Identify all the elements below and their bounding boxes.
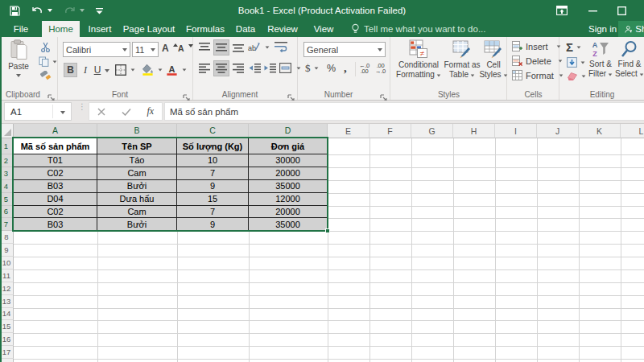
name-box-caret-icon[interactable] (60, 111, 65, 114)
borders-button[interactable] (115, 64, 135, 76)
autosum-button[interactable]: Σ (566, 40, 581, 54)
accounting-caret-icon[interactable] (314, 67, 318, 69)
top-align-button[interactable] (199, 43, 210, 52)
paste-button[interactable]: Paste (3, 39, 34, 77)
column-header-G[interactable]: G (411, 124, 453, 138)
wrap-text-button[interactable] (275, 41, 287, 52)
row-header-17[interactable]: 17 (0, 346, 14, 359)
delete-cells-button[interactable]: Delete (512, 56, 563, 66)
shrink-font-button[interactable]: A (178, 43, 193, 53)
cell-D5[interactable]: 12000 (249, 193, 328, 206)
cell-A4[interactable]: B03 (14, 180, 97, 193)
font-name-combo[interactable]: Calibri (63, 42, 130, 57)
cell-D4[interactable]: 35000 (249, 180, 328, 193)
find-select-button[interactable]: Find & Select (615, 40, 644, 78)
cell-A3[interactable]: C02 (14, 167, 97, 180)
tell-me-box[interactable]: Tell me what you want to do... (351, 21, 486, 37)
comma-style-button[interactable]: , (344, 61, 347, 75)
column-header-E[interactable]: E (328, 124, 369, 138)
cell-B4[interactable]: Bưởi (97, 180, 177, 193)
clipboard-dialog-launcher-icon[interactable] (47, 90, 55, 97)
font-dialog-launcher-icon[interactable] (183, 90, 190, 97)
enter-icon[interactable] (122, 108, 131, 116)
align-right-button[interactable] (233, 64, 244, 73)
merge-center-button[interactable] (279, 63, 301, 73)
cell-B5[interactable]: Dưa hấu (97, 193, 177, 206)
insert-cells-button[interactable]: Insert (512, 41, 561, 51)
bold-button[interactable]: B (64, 63, 77, 77)
font-color-caret-icon[interactable] (183, 68, 187, 71)
row-header-16[interactable]: 16 (0, 333, 14, 346)
cell-B1[interactable]: Tên SP (97, 138, 177, 154)
row-header-13[interactable]: 13 (0, 295, 14, 308)
cut-button[interactable] (40, 42, 51, 52)
column-header-F[interactable]: F (369, 124, 411, 138)
copy-button[interactable] (39, 56, 57, 67)
row-header-12[interactable]: 12 (0, 282, 14, 295)
format-painter-button[interactable] (40, 71, 52, 82)
formula-bar-resize-dots[interactable]: ⋮ (78, 105, 86, 117)
accounting-format-button[interactable]: $ (305, 62, 319, 75)
row-header-18[interactable]: 18 (0, 359, 14, 362)
tab-formulas[interactable]: Formulas (181, 21, 229, 37)
fill-color-button[interactable] (142, 64, 163, 76)
row-header-15[interactable]: 15 (0, 320, 14, 333)
cell-C7[interactable]: 9 (177, 218, 249, 231)
row-header-2[interactable]: 2 (0, 154, 14, 167)
tab-view[interactable]: View (307, 21, 341, 37)
cell-A1[interactable]: Mã số sản phẩm (14, 138, 97, 154)
insert-function-icon[interactable]: fx (147, 105, 154, 117)
sort-filter-button[interactable]: AZ Sort & Filter (586, 40, 615, 78)
column-header-H[interactable]: H (453, 124, 495, 138)
autosum-caret-icon[interactable] (577, 46, 581, 48)
ribbon-display-options-icon[interactable] (552, 0, 572, 21)
grow-font-button[interactable]: A (162, 43, 178, 54)
fill-color-caret-icon[interactable] (159, 68, 163, 71)
middle-align-button[interactable] (213, 39, 229, 56)
tab-page-layout[interactable]: Page Layout (120, 21, 178, 37)
cell-C6[interactable]: 7 (177, 206, 249, 219)
row-header-9[interactable]: 9 (0, 244, 14, 257)
copy-caret-icon[interactable] (53, 60, 57, 63)
cell-D1[interactable]: Đơn giá (249, 138, 328, 154)
number-format-combo[interactable]: General (303, 42, 386, 57)
formula-field[interactable]: Mã số sản phẩm (164, 102, 644, 121)
center-button[interactable] (213, 60, 229, 76)
column-header-K[interactable]: K (579, 124, 621, 138)
maximize-icon[interactable] (612, 0, 631, 21)
name-box[interactable]: A1 (4, 102, 72, 121)
cell-styles-button[interactable]: Cell Styles (481, 39, 506, 79)
row-header-4[interactable]: 4 (0, 180, 14, 193)
clear-button[interactable] (567, 72, 586, 81)
column-header-A[interactable]: A (14, 124, 97, 138)
cell-A7[interactable]: B03 (14, 218, 97, 231)
cell-B6[interactable]: Cam (97, 206, 177, 219)
cancel-icon[interactable] (97, 108, 105, 116)
percent-style-button[interactable]: % (327, 63, 336, 74)
format-cells-button[interactable]: Format (512, 70, 564, 80)
tab-review[interactable]: Review (263, 21, 302, 37)
increase-decimal-button[interactable]: ←.0 .00 (359, 63, 369, 74)
align-left-button[interactable] (199, 64, 210, 73)
underline-button[interactable]: U (92, 63, 103, 77)
tab-home[interactable]: Home (42, 21, 80, 37)
borders-caret-icon[interactable] (131, 68, 135, 71)
font-size-combo[interactable]: 11 (132, 42, 159, 57)
tab-file[interactable]: File (6, 21, 35, 37)
cell-B2[interactable]: Táo (97, 154, 177, 167)
paste-caret-icon[interactable] (16, 74, 21, 77)
cell-C2[interactable]: 10 (177, 154, 249, 167)
row-header-3[interactable]: 3 (0, 167, 14, 180)
sign-in-button[interactable]: Sign in (588, 21, 617, 37)
decrease-indent-button[interactable] (249, 63, 261, 73)
row-header-6[interactable]: 6 (0, 206, 14, 219)
cell-C5[interactable]: 15 (177, 193, 249, 206)
column-header-L[interactable]: L (621, 124, 644, 138)
column-header-J[interactable]: J (537, 124, 579, 138)
decrease-decimal-button[interactable]: .00 →.0 (375, 63, 386, 74)
bottom-align-button[interactable] (233, 43, 244, 52)
underline-caret-icon[interactable] (105, 69, 109, 72)
cell-A2[interactable]: T01 (14, 154, 97, 167)
row-header-7[interactable]: 7 (0, 218, 14, 231)
cell-C4[interactable]: 9 (177, 180, 249, 193)
